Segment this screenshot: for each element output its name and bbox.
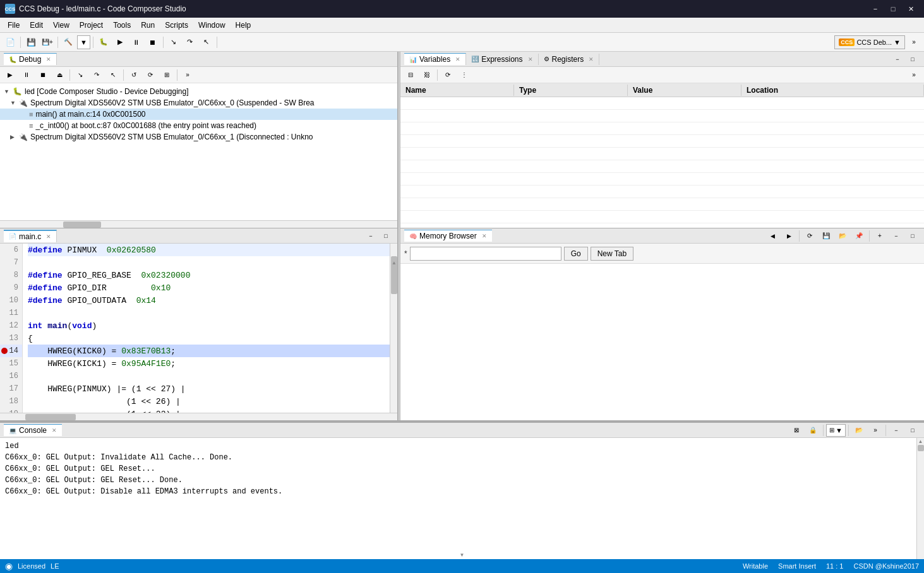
console-open-file-btn[interactable]: 📂 bbox=[851, 423, 867, 437]
editor-minimize-btn[interactable]: − bbox=[363, 229, 378, 243]
console-maximize-btn[interactable]: □ bbox=[905, 423, 920, 437]
scroll-up-icon[interactable]: ▲ bbox=[392, 260, 397, 265]
console-vscrollbar[interactable]: ▲ ▼ bbox=[916, 438, 924, 561]
menu-window[interactable]: Window bbox=[193, 20, 231, 31]
tree-item-main[interactable]: ≡ main() at main.c:14 0x0C001500 bbox=[0, 109, 397, 120]
variables-tab-close[interactable]: ✕ bbox=[455, 56, 460, 62]
editor-hscrollbar[interactable] bbox=[0, 413, 397, 420]
memory-prev-btn[interactable]: ◀ bbox=[765, 229, 780, 243]
debug-more-btn[interactable]: » bbox=[180, 68, 195, 82]
registers-tab-close[interactable]: ✕ bbox=[589, 56, 594, 62]
main-c-tab[interactable]: 📄 main.c ✕ bbox=[4, 230, 57, 242]
menu-run[interactable]: Run bbox=[136, 20, 160, 31]
menu-edit[interactable]: Edit bbox=[25, 20, 48, 31]
memory-save-btn[interactable]: 💾 bbox=[819, 229, 834, 243]
memory-minimize-btn[interactable]: − bbox=[889, 229, 904, 243]
memory-tab-close[interactable]: ✕ bbox=[482, 233, 487, 239]
toolbar-separator-1 bbox=[20, 37, 21, 48]
expand-cint-icon bbox=[20, 122, 27, 129]
tree-item-root[interactable]: ▼ 🐛 led [Code Composer Studio - Device D… bbox=[0, 86, 397, 97]
console-type-dropdown[interactable]: ⊞ ▼ bbox=[826, 424, 846, 437]
menu-scripts[interactable]: Scripts bbox=[160, 20, 193, 31]
console-scroll-up[interactable]: ▲ bbox=[917, 438, 924, 444]
debug-stepreturn-btn[interactable]: ↖ bbox=[105, 68, 121, 82]
debug-stop-btn[interactable]: ⏹ bbox=[35, 68, 51, 82]
expressions-tab-close[interactable]: ✕ bbox=[528, 56, 533, 62]
memory-newtab-btn[interactable]: + bbox=[872, 229, 887, 243]
memory-refresh-btn[interactable]: ⟳ bbox=[802, 229, 817, 243]
variables-tab[interactable]: 📊 Variables ✕ bbox=[404, 53, 466, 65]
debug-resume-btn[interactable]: ▶ bbox=[3, 68, 18, 82]
editor-close-btn[interactable]: ✕ bbox=[46, 233, 51, 240]
registers-tab[interactable]: ⚙ Registers ✕ bbox=[539, 54, 600, 65]
step-over-button[interactable]: ↷ bbox=[183, 35, 198, 49]
save-button[interactable]: 💾 bbox=[23, 35, 39, 49]
debug-disconnect-btn[interactable]: ⏏ bbox=[52, 68, 67, 82]
memory-browser-tab[interactable]: 🧠 Memory Browser ✕ bbox=[404, 230, 492, 242]
build-button[interactable]: 🔨 bbox=[61, 35, 76, 49]
tree-item-root-label: led [Code Composer Studio - Device Debug… bbox=[25, 87, 188, 96]
memory-next-btn[interactable]: ▶ bbox=[781, 229, 796, 243]
linenum-18: 18 bbox=[0, 395, 22, 408]
expressions-tab[interactable]: 🔣 Expressions ✕ bbox=[466, 54, 538, 65]
debug-button[interactable]: 🐛 bbox=[96, 35, 111, 49]
vars-more-btn[interactable]: » bbox=[906, 68, 921, 82]
vars-layout-btn[interactable]: ⋮ bbox=[457, 68, 472, 82]
vars-minimize-btn[interactable]: − bbox=[890, 52, 905, 66]
ccs-perspective-btn[interactable]: CCS CCS Deb... ▼ bbox=[834, 35, 905, 49]
editor-maximize-btn[interactable]: □ bbox=[378, 229, 393, 243]
debug-asm-btn[interactable]: ⊞ bbox=[159, 68, 174, 82]
console-scroll-lock-btn[interactable]: 🔒 bbox=[805, 423, 820, 437]
console-more-btn[interactable]: » bbox=[868, 423, 883, 437]
console-clear-btn[interactable]: ⊠ bbox=[789, 423, 804, 437]
tree-item-emulator1[interactable]: ▶ 🔌 Spectrum Digital XDS560V2 STM USB Em… bbox=[0, 131, 397, 143]
suspend-button[interactable]: ⏸ bbox=[129, 35, 144, 49]
tree-item-cint00[interactable]: ≡ _c_int00() at boot.c:87 0x0C001688 (th… bbox=[0, 120, 397, 131]
memory-maximize-btn[interactable]: □ bbox=[905, 229, 920, 243]
menu-file[interactable]: File bbox=[3, 20, 25, 31]
title-bar-left: CCS CCS Debug - led/main.c - Code Compos… bbox=[5, 4, 186, 14]
build-dropdown[interactable]: ▼ bbox=[77, 35, 90, 49]
debug-tab[interactable]: 🐛 Debug ✕ bbox=[4, 53, 57, 65]
memory-pin-btn[interactable]: 📌 bbox=[851, 229, 867, 243]
debug-h-scrollbar[interactable] bbox=[0, 220, 397, 228]
debug-stepover-btn[interactable]: ↷ bbox=[89, 68, 104, 82]
run-button[interactable]: ▶ bbox=[112, 35, 128, 49]
menu-view[interactable]: View bbox=[48, 20, 75, 31]
stop-button[interactable]: ⏹ bbox=[145, 35, 160, 49]
menu-tools[interactable]: Tools bbox=[108, 20, 136, 31]
vars-maximize-btn[interactable]: □ bbox=[905, 52, 920, 66]
new-button[interactable]: 📄 bbox=[3, 35, 18, 49]
vars-link-btn[interactable]: ⛓ bbox=[419, 68, 435, 82]
console-scroll-down[interactable]: ▼ bbox=[0, 552, 924, 558]
editor-vscrollbar[interactable]: ▲ ▼ bbox=[390, 244, 397, 413]
console-tab[interactable]: 💻 Console ✕ bbox=[4, 424, 62, 436]
debug-reset-btn[interactable]: ↺ bbox=[126, 68, 141, 82]
maximize-button[interactable]: □ bbox=[885, 3, 901, 15]
step-into-button[interactable]: ↘ bbox=[166, 35, 181, 49]
console-tab-close[interactable]: ✕ bbox=[52, 427, 57, 434]
close-button[interactable]: ✕ bbox=[903, 3, 919, 15]
memory-address-input[interactable] bbox=[410, 247, 561, 261]
code-area[interactable]: #define PINMUX 0x02620580 #define GPIO_R… bbox=[23, 244, 390, 413]
debug-stepinto-btn[interactable]: ↘ bbox=[73, 68, 88, 82]
save-all-button[interactable]: 💾+ bbox=[40, 35, 55, 49]
vars-header: 📊 Variables ✕ 🔣 Expressions ✕ ⚙ Register… bbox=[400, 52, 924, 67]
vars-refresh-btn[interactable]: ⟳ bbox=[440, 68, 455, 82]
minimize-button[interactable]: − bbox=[867, 3, 884, 15]
memory-go-button[interactable]: Go bbox=[564, 247, 588, 261]
memory-load-btn[interactable]: 📂 bbox=[835, 229, 850, 243]
memory-new-tab-button[interactable]: New Tab bbox=[591, 247, 633, 261]
code-line-17: HWREG(PINMUX) |= (1 << 27) | bbox=[28, 382, 390, 395]
debug-tab-close[interactable]: ✕ bbox=[46, 56, 51, 62]
console-minimize-btn[interactable]: − bbox=[889, 423, 904, 437]
perspective-expand-button[interactable]: » bbox=[906, 35, 921, 49]
vars-collapse-btn[interactable]: ⊟ bbox=[403, 68, 418, 82]
step-return-button[interactable]: ↖ bbox=[199, 35, 214, 49]
save-all-icon: 💾+ bbox=[42, 38, 53, 45]
debug-suspend-btn[interactable]: ⏸ bbox=[19, 68, 34, 82]
menu-project[interactable]: Project bbox=[75, 20, 108, 31]
tree-item-emulator0[interactable]: ▼ 🔌 Spectrum Digital XDS560V2 STM USB Em… bbox=[0, 97, 397, 109]
debug-refresh-btn[interactable]: ⟳ bbox=[143, 68, 158, 82]
menu-help[interactable]: Help bbox=[231, 20, 256, 31]
